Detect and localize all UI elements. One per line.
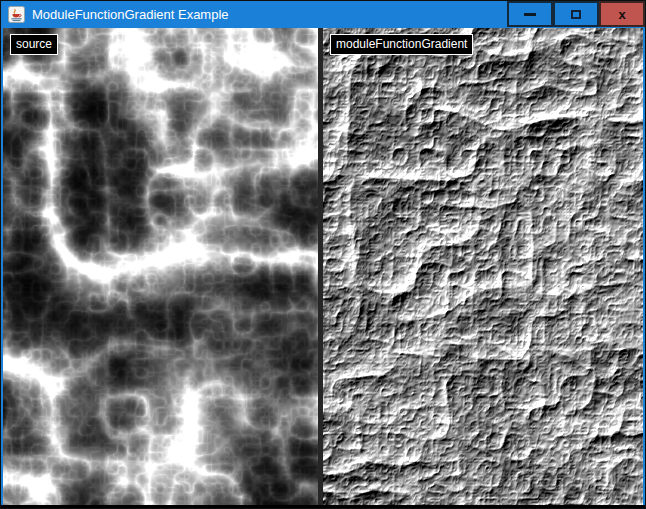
- source-image-pane: source: [3, 28, 318, 505]
- source-noise-image: [3, 28, 318, 505]
- maximize-icon: [571, 10, 581, 19]
- content-area: source moduleFunctionGradient: [1, 28, 645, 505]
- source-image-label: source: [10, 34, 58, 55]
- window-title: ModuleFunctionGradient Example: [32, 1, 229, 28]
- minimize-icon: [524, 13, 536, 16]
- titlebar[interactable]: ModuleFunctionGradient Example x: [1, 1, 645, 28]
- gradient-image-pane: moduleFunctionGradient: [323, 28, 643, 505]
- module-function-gradient-image: [323, 28, 643, 505]
- minimize-button[interactable]: [507, 1, 553, 27]
- close-icon: x: [618, 8, 625, 21]
- app-window: ModuleFunctionGradient Example x source …: [0, 0, 646, 509]
- maximize-button[interactable]: [553, 1, 599, 27]
- java-coffee-cup-icon: [8, 6, 25, 23]
- gradient-image-label: moduleFunctionGradient: [330, 34, 473, 55]
- close-button[interactable]: x: [599, 1, 645, 27]
- window-controls: x: [507, 1, 645, 27]
